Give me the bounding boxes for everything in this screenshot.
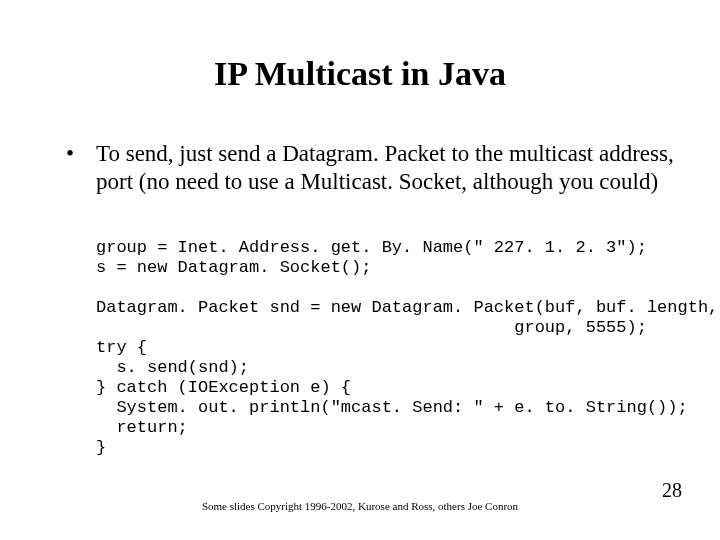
bullet-item: • To send, just send a Datagram. Packet … <box>60 140 680 195</box>
code-block: group = Inet. Address. get. By. Name(" 2… <box>96 238 718 459</box>
footer-copyright: Some slides Copyright 1996-2002, Kurose … <box>0 500 720 512</box>
bullet-text: To send, just send a Datagram. Packet to… <box>96 140 680 195</box>
body-area: • To send, just send a Datagram. Packet … <box>60 140 680 195</box>
bullet-marker: • <box>60 140 96 168</box>
slide-title: IP Multicast in Java <box>0 55 720 93</box>
slide: IP Multicast in Java • To send, just sen… <box>0 0 720 540</box>
page-number: 28 <box>662 479 682 502</box>
